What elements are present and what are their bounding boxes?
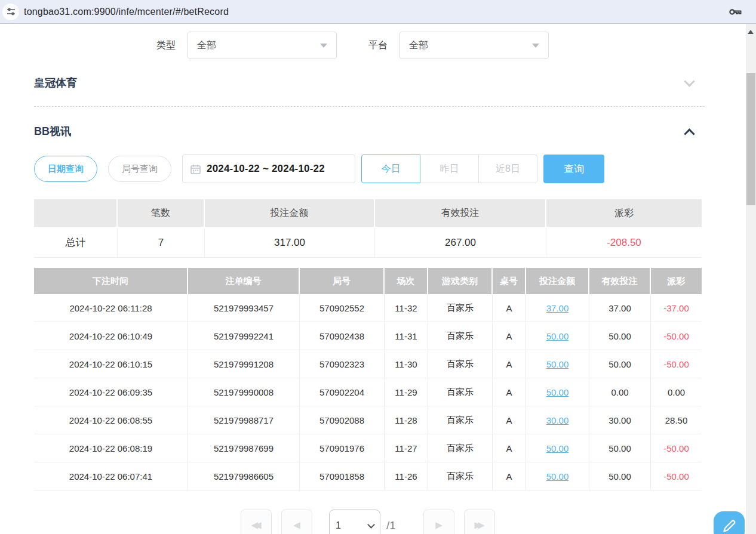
calendar-icon: [190, 164, 201, 174]
amount-link[interactable]: 30.00: [546, 415, 569, 425]
round-query-tab[interactable]: 局号查询: [108, 156, 171, 182]
chevron-up-icon[interactable]: [684, 128, 694, 139]
customer-service-button[interactable]: [714, 511, 745, 534]
amount-link[interactable]: 50.00: [546, 443, 569, 453]
cell-payout: -50.00: [651, 434, 702, 462]
page-scrollbar[interactable]: [746, 24, 756, 534]
pencil-icon: [721, 518, 737, 534]
date-range-value: 2024-10-22 ~ 2024-10-22: [207, 163, 325, 175]
last-8-days-button[interactable]: 近8日: [478, 155, 537, 183]
prev-page-button[interactable]: ◀: [281, 510, 312, 534]
cell-table-no: A: [493, 434, 526, 462]
cell-session: 11-28: [385, 406, 428, 434]
page-select-value: 1: [336, 520, 368, 531]
cell-amount: 37.00: [526, 294, 589, 322]
cell-session: 11-29: [385, 378, 428, 406]
cell-round-no: 570902088: [300, 406, 385, 434]
cell-payout: -37.00: [651, 294, 702, 322]
url-text[interactable]: tongbao31.com:9900/infe/mcenter/#/betRec…: [24, 7, 229, 17]
cell-bet-no: 521979992241: [188, 322, 300, 350]
summary-header-bet-amount: 投注金额: [205, 199, 375, 228]
amount-link[interactable]: 37.00: [546, 303, 569, 313]
platform-filter-label: 平台: [368, 39, 388, 52]
search-button[interactable]: 查询: [543, 155, 604, 183]
cell-bet-no: 521979987699: [188, 434, 300, 462]
platform-select[interactable]: 全部: [399, 32, 549, 59]
today-button[interactable]: 今日: [361, 155, 420, 183]
column-header-valid: 有效投注: [589, 268, 651, 294]
cell-round-no: 570902438: [300, 322, 385, 350]
amount-link[interactable]: 50.00: [546, 387, 569, 397]
cell-bet-no: 521979988717: [188, 406, 300, 434]
site-info-icon[interactable]: [2, 4, 19, 20]
cell-valid: 50.00: [589, 322, 651, 350]
summary-header-empty: [34, 199, 118, 228]
cell-bet-no: 521979993457: [188, 294, 300, 322]
browser-address-bar[interactable]: tongbao31.com:9900/infe/mcenter/#/betRec…: [0, 0, 756, 24]
chevron-down-icon[interactable]: [684, 76, 694, 87]
cell-time: 2024-10-22 06:11:28: [34, 294, 188, 322]
cell-round-no: 570902204: [300, 378, 385, 406]
cell-session: 11-30: [385, 350, 428, 378]
cell-game: 百家乐: [428, 350, 493, 378]
cell-round-no: 570901976: [300, 434, 385, 462]
column-header-game: 游戏类别: [428, 268, 493, 294]
last-page-button[interactable]: ▶▶: [464, 510, 495, 534]
cell-game: 百家乐: [428, 434, 493, 462]
next-page-icon: ▶: [435, 520, 442, 530]
yesterday-button[interactable]: 昨日: [420, 155, 479, 183]
section-crown-sports[interactable]: 皇冠体育: [34, 70, 702, 95]
section-bb-video[interactable]: BB视讯: [34, 118, 702, 145]
cell-valid: 50.00: [589, 350, 651, 378]
summary-table: 笔数 投注金额 有效投注 派彩 总计 7 317.00 267.00 -208.…: [34, 199, 702, 258]
cell-valid: 30.00: [589, 406, 651, 434]
cell-session: 11-32: [385, 294, 428, 322]
cell-bet-no: 521979991208: [188, 350, 300, 378]
cell-session: 11-31: [385, 322, 428, 350]
cell-table-no: A: [493, 378, 526, 406]
chevron-down-icon: [320, 44, 327, 48]
first-page-button[interactable]: ◀◀: [241, 510, 272, 534]
amount-link[interactable]: 50.00: [546, 331, 569, 341]
scrollbar-thumb[interactable]: [746, 73, 755, 205]
cell-game: 百家乐: [428, 406, 493, 434]
cell-time: 2024-10-22 06:08:55: [34, 406, 188, 434]
cell-time: 2024-10-22 06:10:49: [34, 322, 188, 350]
cell-game: 百家乐: [428, 378, 493, 406]
cell-amount: 50.00: [526, 434, 589, 462]
type-select[interactable]: 全部: [188, 32, 337, 59]
section-title: BB视讯: [34, 124, 71, 138]
summary-bet-amount: 317.00: [205, 228, 375, 258]
date-range-input[interactable]: 2024-10-22 ~ 2024-10-22: [182, 155, 355, 183]
page-select[interactable]: 1: [329, 510, 380, 534]
cell-payout: -50.00: [651, 322, 702, 350]
cell-table-no: A: [493, 462, 526, 490]
chevron-down-icon: [367, 521, 375, 529]
cell-game: 百家乐: [428, 322, 493, 350]
column-header-table-no: 桌号: [493, 268, 526, 294]
key-icon[interactable]: [727, 5, 743, 21]
column-header-time: 下注时间: [34, 268, 188, 294]
date-query-tab[interactable]: 日期查询: [34, 156, 97, 182]
cell-valid: 50.00: [589, 462, 651, 490]
cell-valid: 0.00: [589, 378, 651, 406]
cell-payout: 0.00: [651, 378, 702, 406]
next-page-button[interactable]: ▶: [423, 510, 454, 534]
cell-table-no: A: [493, 350, 526, 378]
column-header-bet-no: 注单编号: [188, 268, 300, 294]
scroll-up-icon[interactable]: [748, 30, 754, 34]
amount-link[interactable]: 50.00: [546, 359, 569, 369]
summary-total-label: 总计: [34, 228, 118, 258]
cell-payout: -50.00: [651, 462, 702, 490]
cell-game: 百家乐: [428, 462, 493, 490]
type-select-value: 全部: [197, 39, 320, 52]
amount-link[interactable]: 50.00: [546, 471, 569, 481]
cell-valid: 37.00: [589, 294, 651, 322]
cell-table-no: A: [493, 294, 526, 322]
cell-round-no: 570902323: [300, 350, 385, 378]
cell-time: 2024-10-22 06:07:41: [34, 462, 188, 490]
column-header-amount: 投注金额: [526, 268, 589, 294]
cell-amount: 50.00: [526, 350, 589, 378]
bet-record-page: 类型 全部 平台 全部 皇冠体育 BB视讯 日期查询 局号查询: [0, 24, 746, 534]
chevron-down-icon: [532, 44, 539, 48]
